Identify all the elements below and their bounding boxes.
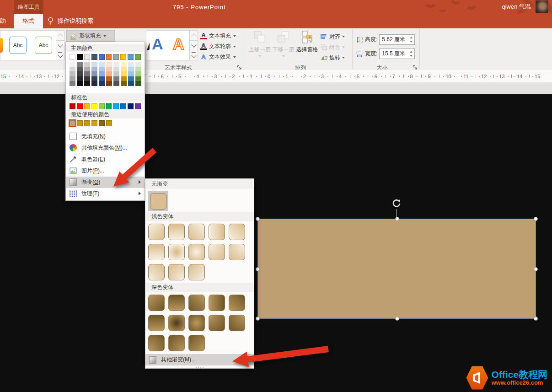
color-swatch[interactable] — [99, 103, 105, 109]
wordart-style-orange[interactable]: A — [173, 35, 184, 53]
color-variant-swatch[interactable] — [135, 71, 141, 76]
text-fill-button[interactable]: A 文本填充 — [200, 31, 244, 41]
gradient-swatch[interactable] — [168, 315, 185, 331]
color-variant-swatch[interactable] — [128, 67, 134, 72]
tab-help-partial[interactable]: 助 — [0, 14, 11, 28]
gallery-more-button[interactable] — [56, 50, 64, 60]
color-swatch[interactable] — [84, 54, 90, 60]
avatar[interactable] — [536, 0, 548, 13]
color-variant-swatch[interactable] — [70, 67, 75, 72]
color-variant-swatch[interactable] — [84, 81, 90, 86]
user-name[interactable]: qiwen 气温 — [502, 0, 531, 14]
color-swatch[interactable] — [106, 103, 112, 109]
color-variant-swatch[interactable] — [113, 71, 119, 76]
color-variant-swatch[interactable] — [113, 67, 119, 72]
color-variant-swatch[interactable] — [121, 71, 127, 76]
color-variant-swatch[interactable] — [113, 76, 119, 81]
color-swatch[interactable] — [106, 54, 112, 60]
resize-handle-ne[interactable] — [534, 217, 538, 221]
resize-handle-se[interactable] — [534, 317, 538, 321]
shape-fill-button[interactable]: 形状填充 — [66, 30, 115, 42]
color-variant-swatch[interactable] — [91, 62, 97, 67]
rotate-button[interactable]: 旋转 — [320, 53, 345, 62]
gradient-swatch[interactable] — [168, 224, 185, 240]
selection-pane-button[interactable]: 选择窗格 — [295, 30, 319, 59]
tell-me-box[interactable]: 操作说明搜索 — [48, 14, 93, 28]
color-variant-swatch[interactable] — [106, 81, 112, 86]
align-button[interactable]: 对齐 — [320, 32, 345, 41]
gradient-swatch[interactable] — [188, 224, 205, 240]
wordart-style-blue[interactable]: A — [152, 35, 163, 53]
gradient-swatch[interactable] — [148, 315, 165, 331]
color-swatch[interactable] — [84, 103, 90, 109]
gradient-swatch[interactable] — [209, 244, 225, 260]
color-variant-swatch[interactable] — [70, 62, 75, 67]
color-variant-swatch[interactable] — [128, 71, 134, 76]
color-swatch[interactable] — [113, 103, 119, 109]
menu-item-eyedropper[interactable]: 取色器(E) — [66, 154, 145, 165]
color-variant-swatch[interactable] — [121, 67, 127, 72]
color-swatch[interactable] — [91, 54, 97, 60]
width-spinner[interactable] — [408, 49, 413, 58]
no-gradient-swatch[interactable] — [150, 193, 166, 209]
gradient-swatch[interactable] — [168, 244, 185, 260]
color-swatch[interactable] — [77, 54, 83, 60]
color-variant-swatch[interactable] — [135, 81, 141, 86]
rotation-handle-icon[interactable] — [391, 198, 402, 209]
menu-item-picture[interactable]: 图片(P)... — [66, 165, 145, 177]
spin-down-icon[interactable] — [410, 41, 413, 43]
gradient-swatch[interactable] — [209, 315, 225, 331]
tab-format[interactable]: 格式 — [14, 14, 43, 28]
gallery-up-button[interactable] — [189, 30, 198, 41]
text-effects-button[interactable]: A 文本效果 — [200, 52, 244, 62]
gradient-swatch[interactable] — [188, 315, 205, 331]
color-variant-swatch[interactable] — [84, 67, 90, 72]
color-variant-swatch[interactable] — [106, 67, 112, 72]
wordart-style-black[interactable]: A — [146, 36, 150, 54]
color-variant-swatch[interactable] — [121, 76, 127, 81]
color-variant-swatch[interactable] — [128, 62, 134, 67]
color-variant-swatch[interactable] — [99, 67, 105, 72]
gradient-swatch[interactable] — [188, 244, 205, 260]
color-swatch[interactable] — [70, 120, 75, 126]
color-variant-swatch[interactable] — [91, 71, 97, 76]
menu-item-no-fill[interactable]: 无填充(N) — [66, 131, 145, 142]
submenu-resize-grip[interactable] — [145, 365, 254, 370]
color-variant-swatch[interactable] — [128, 76, 134, 81]
color-variant-swatch[interactable] — [99, 71, 105, 76]
color-variant-swatch[interactable] — [77, 67, 83, 72]
color-variant-swatch[interactable] — [91, 76, 97, 81]
dialog-launcher-icon[interactable] — [413, 65, 418, 70]
gradient-swatch[interactable] — [148, 244, 165, 260]
gradient-swatch[interactable] — [148, 224, 165, 240]
gradient-swatch[interactable] — [209, 295, 225, 311]
color-variant-swatch[interactable] — [113, 62, 119, 67]
spin-up-icon[interactable] — [410, 37, 413, 38]
color-variant-swatch[interactable] — [84, 71, 90, 76]
menu-item-gradient[interactable]: 渐变(G) — [66, 177, 145, 188]
color-variant-swatch[interactable] — [70, 81, 75, 86]
gradient-swatch[interactable] — [188, 264, 205, 280]
color-variant-swatch[interactable] — [106, 71, 112, 76]
color-variant-swatch[interactable] — [77, 76, 83, 81]
color-variant-swatch[interactable] — [121, 81, 127, 86]
color-variant-swatch[interactable] — [84, 76, 90, 81]
color-variant-swatch[interactable] — [91, 81, 97, 86]
gradient-swatch[interactable] — [148, 295, 165, 311]
color-variant-swatch[interactable] — [106, 76, 112, 81]
color-swatch[interactable] — [99, 54, 105, 60]
spin-down-icon[interactable] — [410, 55, 413, 57]
bring-forward-button[interactable]: 上移一层 — [248, 30, 271, 59]
color-variant-swatch[interactable] — [70, 76, 75, 81]
color-swatch[interactable] — [113, 54, 119, 60]
color-swatch[interactable] — [135, 103, 141, 109]
color-swatch[interactable] — [120, 103, 126, 109]
resize-handle-s[interactable] — [395, 317, 399, 321]
menu-item-more-gradients[interactable]: 其他渐变(M)... — [145, 354, 254, 365]
color-variant-swatch[interactable] — [91, 67, 97, 72]
gradient-swatch[interactable] — [168, 335, 185, 351]
color-variant-swatch[interactable] — [84, 62, 90, 67]
gradient-swatch[interactable] — [148, 335, 165, 351]
dialog-launcher-icon[interactable] — [237, 65, 242, 70]
color-variant-swatch[interactable] — [135, 67, 141, 72]
